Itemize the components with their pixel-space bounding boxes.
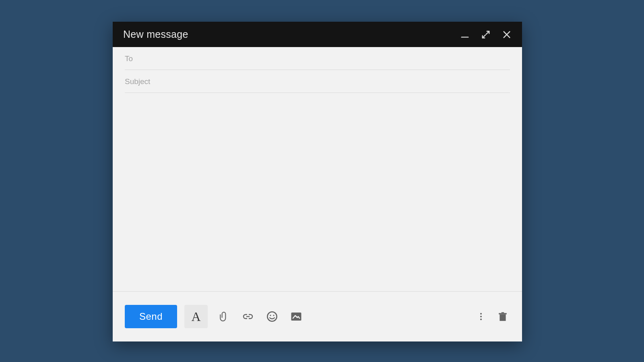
minimize-button[interactable]	[460, 30, 470, 39]
send-button[interactable]: Send	[125, 305, 177, 328]
minimize-icon	[460, 30, 469, 39]
more-vertical-icon	[476, 312, 486, 321]
formatting-icon: A	[192, 309, 201, 324]
svg-point-12	[480, 319, 482, 320]
restore-down-button[interactable]	[481, 30, 491, 39]
insert-photo-button[interactable]	[289, 309, 303, 324]
svg-point-6	[267, 312, 277, 321]
window-title: New message	[123, 29, 460, 40]
emoji-icon	[266, 311, 278, 322]
to-field-row	[125, 47, 510, 70]
paperclip-icon	[219, 311, 229, 322]
titlebar: New message	[113, 22, 522, 47]
more-options-button[interactable]	[474, 309, 488, 324]
discard-draft-button[interactable]	[495, 309, 510, 324]
svg-rect-15	[502, 312, 504, 313]
compose-window: New message	[113, 22, 522, 341]
attach-file-button[interactable]	[217, 309, 231, 324]
compose-toolbar: Send A	[113, 291, 522, 341]
insert-emoji-button[interactable]	[265, 309, 279, 324]
subject-field-row	[125, 70, 510, 93]
svg-point-10	[480, 313, 482, 315]
svg-point-8	[273, 315, 275, 316]
message-body-input[interactable]	[125, 100, 510, 284]
svg-point-7	[270, 315, 271, 316]
trash-icon	[497, 311, 508, 322]
message-body-area	[113, 93, 522, 291]
close-icon	[502, 30, 511, 39]
compose-tool-icons	[217, 309, 303, 324]
formatting-options-button[interactable]: A	[184, 305, 208, 328]
header-fields	[113, 47, 522, 93]
to-input[interactable]	[125, 47, 510, 70]
svg-rect-14	[499, 313, 507, 314]
restore-down-icon	[481, 30, 490, 39]
window-controls	[460, 30, 512, 39]
photo-icon	[290, 311, 302, 323]
insert-link-button[interactable]	[241, 309, 255, 324]
subject-input[interactable]	[125, 70, 510, 93]
svg-rect-13	[500, 315, 506, 321]
svg-point-11	[480, 316, 482, 317]
link-icon	[241, 312, 255, 321]
close-button[interactable]	[502, 30, 512, 39]
